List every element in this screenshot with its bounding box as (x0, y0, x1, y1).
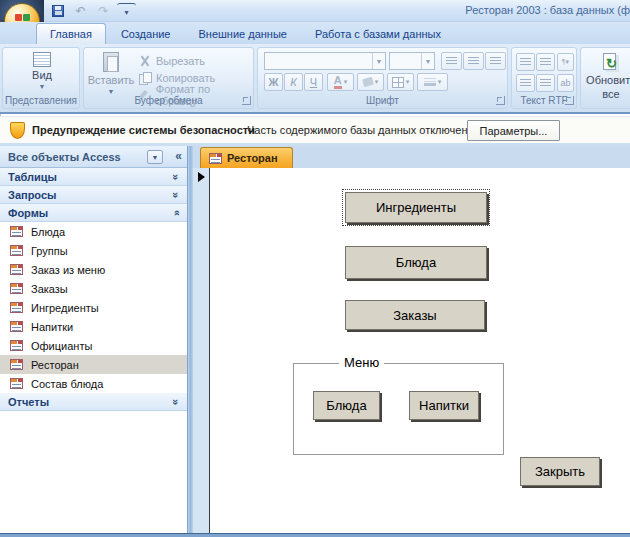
orders-button[interactable]: Заказы (345, 300, 485, 330)
clipboard-dialog-launcher[interactable] (242, 96, 251, 105)
fill-color-dropdown-arrow: ▾ (375, 78, 379, 86)
navigation-pane: Все объекты Access ▼ « Таблицы» Запросы»… (0, 146, 187, 537)
list-item-dishes[interactable]: Блюда (0, 222, 187, 241)
group-refresh: ↻ Обновить все (580, 47, 630, 109)
section-tables[interactable]: Таблицы» (0, 168, 187, 186)
navigation-pane-title: Все объекты Access (8, 151, 121, 163)
group-views: Вид ▼ Представления (2, 47, 80, 109)
bullet-list-button[interactable] (536, 74, 555, 92)
group-font: ▼ ▼ Ж К Ч А ▾ ▾ ▾ (257, 47, 508, 109)
font-dialog-launcher[interactable] (496, 96, 505, 105)
ingredients-button[interactable]: Ингредиенты (345, 192, 487, 223)
list-item-waiters[interactable]: Официанты (0, 336, 187, 355)
gridlines-icon (392, 77, 404, 88)
security-warning-title: Предупреждение системы безопасности (32, 124, 255, 136)
form-icon (10, 283, 23, 294)
alternate-fill-button[interactable]: ▾ (417, 73, 448, 91)
gridlines-dropdown-arrow: ▾ (406, 78, 410, 86)
tab-database-tools[interactable]: Работа с базами данных (302, 23, 454, 44)
underline-button[interactable]: Ч (304, 73, 323, 91)
font-name-combo[interactable]: ▼ (264, 52, 386, 70)
copy-icon (139, 72, 151, 84)
customize-qat-button[interactable]: ▾ (117, 3, 136, 20)
section-queries[interactable]: Запросы» (0, 186, 187, 204)
section-forms[interactable]: Формы» (0, 204, 187, 222)
form-icon (10, 321, 23, 332)
form-icon (10, 378, 23, 389)
tab-home[interactable]: Главная (36, 23, 106, 44)
gridlines-button[interactable]: ▾ (387, 73, 414, 91)
list-item-restaurant-selected[interactable]: Ресторан (0, 355, 187, 374)
forms-list: Блюда Группы Заказ из меню Заказы Ингред… (0, 222, 187, 393)
numbered-list-button[interactable] (516, 74, 535, 92)
group-clipboard: Вставить ▼ Вырезать Копировать Формат по… (83, 47, 254, 109)
list-item-dish-composition[interactable]: Состав блюда (0, 374, 187, 393)
save-icon (52, 5, 64, 17)
tab-create[interactable]: Создание (108, 23, 184, 44)
alternate-fill-dropdown-arrow: ▾ (438, 78, 442, 86)
quick-access-toolbar: ↶ ↷ ▾ (48, 2, 136, 20)
tab-external-data[interactable]: Внешние данные (186, 23, 300, 44)
bold-button[interactable]: Ж (264, 73, 283, 91)
ribbon-tab-row: Главная Создание Внешние данные Работа с… (0, 22, 630, 44)
section-reports[interactable]: Отчеты» (0, 393, 187, 411)
fill-color-button[interactable]: ▾ (357, 73, 384, 91)
menu-group-label: Меню (339, 355, 384, 370)
group-font-label: Шрифт (258, 94, 507, 107)
menu-drinks-button[interactable]: Напитки (409, 391, 479, 420)
list-item-orders[interactable]: Заказы (0, 279, 187, 298)
security-options-button[interactable]: Параметры... (467, 120, 560, 141)
form-icon (10, 359, 23, 370)
record-selector-bar[interactable] (193, 168, 210, 533)
decrease-indent-button[interactable] (516, 53, 535, 71)
security-shield-icon (10, 122, 25, 139)
text-direction-button[interactable]: ¶▾ (557, 53, 574, 71)
group-clipboard-label: Буфер обмена (84, 94, 253, 107)
paste-icon (103, 52, 119, 72)
align-center-button[interactable] (463, 52, 484, 70)
rtf-dialog-launcher[interactable] (565, 96, 574, 105)
align-right-button[interactable] (485, 52, 506, 70)
form-icon (10, 340, 23, 351)
align-right-icon (490, 57, 501, 66)
view-button[interactable]: Вид ▼ (20, 49, 64, 90)
list-item-ingredients[interactable]: Ингредиенты (0, 298, 187, 317)
document-tab-strip: Ресторан (193, 146, 630, 168)
cut-icon (139, 55, 151, 67)
list-item-drinks[interactable]: Напитки (0, 317, 187, 336)
font-color-button[interactable]: А ▾ (327, 73, 354, 91)
paste-button[interactable]: Вставить ▼ (89, 49, 133, 95)
close-form-button[interactable]: Закрыть (520, 457, 600, 486)
access-window: ↶ ↷ ▾ Ресторан 2003 : база данных (ф Гла… (0, 0, 630, 537)
list-item-groups[interactable]: Группы (0, 241, 187, 260)
refresh-all-button[interactable]: ↻ Обновить все (584, 49, 630, 100)
font-color-icon: А (334, 75, 342, 89)
menu-dishes-button[interactable]: Блюда (313, 391, 380, 420)
italic-button[interactable]: К (284, 73, 303, 91)
datasheet-view-icon (33, 52, 51, 67)
save-button[interactable] (48, 3, 67, 20)
redo-button[interactable]: ↷ (94, 3, 113, 20)
document-area: Ресторан Ингредиенты Блюда Заказы Меню Б… (193, 146, 630, 537)
alternate-fill-icon (424, 78, 436, 86)
menu-group-box: Меню Блюда Напитки (293, 363, 504, 455)
dishes-button[interactable]: Блюда (345, 246, 487, 279)
document-tab-restaurant[interactable]: Ресторан (200, 147, 293, 168)
chevron-up-icon: » (170, 209, 182, 215)
increase-indent-button[interactable] (536, 53, 555, 71)
navigation-menu-button[interactable]: ▼ (147, 150, 163, 164)
chevron-down-icon: » (170, 191, 182, 197)
window-bottom-edge (0, 533, 630, 537)
security-warning-bar: Предупреждение системы безопасности Част… (0, 116, 630, 143)
fill-color-icon (362, 77, 374, 87)
font-size-combo[interactable]: ▼ (389, 52, 435, 70)
current-record-arrow-icon (198, 172, 205, 182)
highlight-button[interactable]: ab (557, 74, 574, 92)
align-left-button[interactable] (441, 52, 462, 70)
form-icon (10, 245, 23, 256)
shutter-bar-button[interactable]: « (175, 149, 182, 163)
undo-button[interactable]: ↶ (71, 3, 90, 20)
list-item-order-from-menu[interactable]: Заказ из меню (0, 260, 187, 279)
cut-button[interactable]: Вырезать (139, 53, 205, 68)
decrease-indent-icon (520, 58, 531, 67)
